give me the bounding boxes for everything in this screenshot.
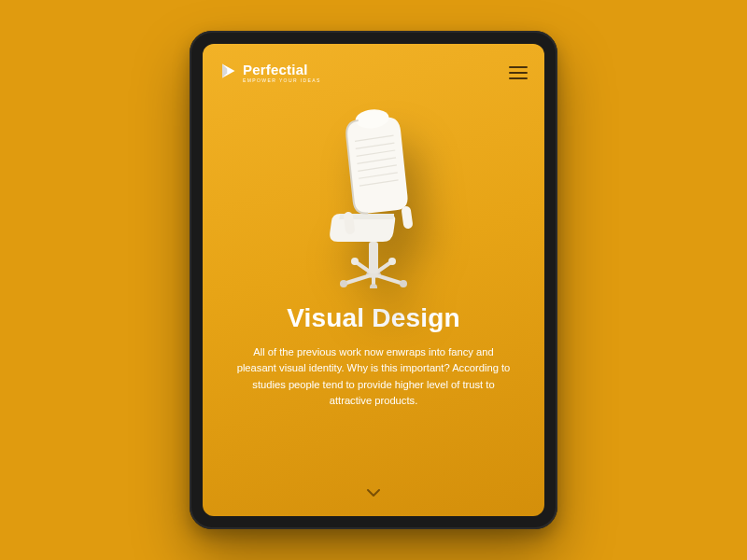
- office-chair-icon: [313, 102, 434, 288]
- hero-illustration: [203, 87, 544, 303]
- content-block: Visual Design All of the previous work n…: [203, 303, 544, 409]
- svg-point-6: [340, 280, 347, 287]
- svg-rect-13: [401, 205, 413, 229]
- svg-point-10: [370, 284, 377, 288]
- brand-tagline: EMPOWER YOUR IDEAS: [243, 78, 321, 83]
- svg-line-2: [374, 274, 403, 284]
- svg-line-1: [344, 274, 374, 284]
- page-title: Visual Design: [229, 303, 518, 333]
- svg-point-8: [351, 258, 359, 265]
- brand-name: Perfectial: [243, 63, 321, 77]
- svg-rect-11: [369, 242, 378, 273]
- hamburger-menu-icon[interactable]: [509, 66, 528, 79]
- page-description: All of the previous work now enwraps int…: [233, 344, 514, 409]
- brand-logo[interactable]: Perfectial EMPOWER YOUR IDEAS: [219, 63, 321, 83]
- tablet-frame: Perfectial EMPOWER YOUR IDEAS: [190, 31, 557, 529]
- tablet-screen: Perfectial EMPOWER YOUR IDEAS: [203, 44, 544, 516]
- play-logo-icon: [219, 63, 236, 83]
- svg-point-9: [388, 258, 396, 265]
- scroll-down-icon[interactable]: [366, 486, 381, 503]
- svg-point-7: [400, 280, 407, 287]
- top-bar: Perfectial EMPOWER YOUR IDEAS: [203, 44, 544, 87]
